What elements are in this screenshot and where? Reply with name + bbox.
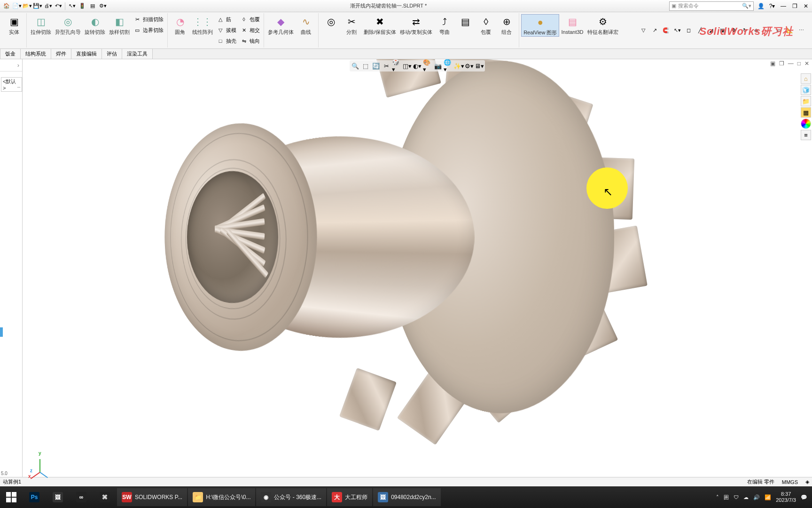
rebuild-icon[interactable]: 🚦 xyxy=(78,1,87,11)
rb-magnet-icon[interactable]: 🧲 xyxy=(661,25,671,36)
sec-tab-eval[interactable]: 评估 xyxy=(102,49,122,59)
ribbon-translate-macro[interactable]: ⚙特征名翻译宏 xyxy=(586,14,620,37)
vt-camera-icon[interactable]: 📷 xyxy=(433,61,443,71)
taskbar-app-1[interactable]: 🖼 xyxy=(47,488,69,506)
ribbon-linear-pattern[interactable]: ⋮⋮线性阵列 xyxy=(190,14,215,46)
doc-icon[interactable]: ▣ xyxy=(770,60,775,67)
ribbon-shell[interactable]: □抽壳 xyxy=(215,36,238,46)
sec-tab-sheetmetal[interactable]: 饭金 xyxy=(0,49,21,59)
new-icon[interactable]: 📄▾ xyxy=(12,1,22,11)
taskbar-app-6[interactable]: ◉公众号 - 360极速... xyxy=(256,488,326,506)
vt-prev-icon[interactable]: 🔄 xyxy=(371,61,381,71)
vt-scene-icon[interactable]: 🌐▾ xyxy=(444,61,453,71)
taskbar-app-5[interactable]: 📁H:\微信公众号\0... xyxy=(188,488,255,506)
options-icon[interactable]: ⚙▾ xyxy=(98,1,108,11)
ribbon-curves[interactable]: ∿曲线 xyxy=(296,14,316,36)
config-tag[interactable]: <默认> _ xyxy=(1,77,22,92)
rs-library-icon[interactable]: 📁 xyxy=(801,96,811,106)
undo-icon[interactable]: ↶▾ xyxy=(54,1,63,11)
ribbon-combine[interactable]: ⊕组合 xyxy=(496,14,517,36)
save-icon[interactable]: 💾▾ xyxy=(33,1,42,11)
status-motion[interactable]: 动算例1 xyxy=(3,478,21,485)
tray-notification-icon[interactable]: 💬 xyxy=(801,494,807,500)
rs-appearance-icon[interactable] xyxy=(801,119,811,129)
ribbon-hole-wizard[interactable]: ◎异型孔向导 xyxy=(53,14,83,36)
close-button[interactable]: ✕ xyxy=(802,2,810,10)
ribbon-split[interactable]: ✂分割 xyxy=(341,14,362,36)
ribbon-intersect[interactable]: ✕相交 xyxy=(238,25,262,35)
taskbar-app-2[interactable]: ∞ xyxy=(70,488,93,506)
taskbar-app-8[interactable]: 🖼094802dd2cy2n... xyxy=(373,488,440,506)
rb-filter-icon[interactable]: ▽ xyxy=(638,25,648,36)
orientation-triad[interactable]: y x z xyxy=(30,453,54,477)
rb-cursor-icon[interactable]: ↖▾ xyxy=(672,25,682,36)
ribbon-realview[interactable]: ●RealView 图形 xyxy=(521,14,559,37)
doc-close-button[interactable]: ✕ xyxy=(804,60,809,67)
rs-home-icon[interactable]: ⌂ xyxy=(801,73,811,84)
sec-tab-struct[interactable]: 结构系统 xyxy=(21,49,51,59)
search-icon[interactable]: 🔍▾ xyxy=(742,3,751,9)
taskbar-app-7[interactable]: 大大工程师 xyxy=(327,488,372,506)
ribbon-wrap[interactable]: ◊包覆 xyxy=(238,14,262,24)
ribbon-flex[interactable]: ⤴弯曲 xyxy=(434,14,455,36)
tray-defender-icon[interactable]: 🛡 xyxy=(734,494,739,500)
doc-minimize-button[interactable]: — xyxy=(788,60,794,67)
minimize-button[interactable]: — xyxy=(779,2,788,10)
ribbon-draft[interactable]: ▽拔模 xyxy=(215,25,238,35)
home-icon[interactable]: 🏠 xyxy=(2,1,11,11)
vt-render-icon[interactable]: ✨▾ xyxy=(454,61,463,71)
ribbon-fillet[interactable]: ◔圆角 xyxy=(170,14,190,46)
ribbon-sweep-cut[interactable]: ✂扫描切除 xyxy=(132,14,165,24)
ribbon-rib[interactable]: △筋 xyxy=(215,14,238,24)
rs-view-palette-icon[interactable]: ▦ xyxy=(801,107,811,118)
vt-section-icon[interactable]: ✂ xyxy=(382,61,391,71)
doc-restore-button[interactable]: ❐ xyxy=(779,60,784,67)
ribbon-mirror[interactable]: ⇋镜向 xyxy=(238,36,262,46)
rs-resources-icon[interactable]: 🧊 xyxy=(801,85,811,95)
taskbar-clock[interactable]: 8:37 2023/7/3 xyxy=(776,491,796,503)
taskbar-app-4[interactable]: SWSOLIDWORKS P... xyxy=(117,488,187,506)
ribbon-boundary-cut[interactable]: ▭边界切除 xyxy=(132,25,165,35)
taskbar-app-3[interactable]: ⌘ xyxy=(94,488,116,506)
search-input[interactable]: ▣ 搜索命令 🔍▾ xyxy=(669,1,754,11)
select-icon[interactable]: ↖▾ xyxy=(67,1,77,11)
sec-tab-render[interactable]: 渲染工具 xyxy=(122,49,153,59)
ribbon-delete-body[interactable]: ✖删除/保留实体 xyxy=(362,14,398,36)
vt-display-icon[interactable]: ◫▾ xyxy=(402,61,412,71)
tray-up-icon[interactable]: ˄ xyxy=(716,494,719,500)
doc-maximize-button[interactable]: □ xyxy=(797,60,801,67)
taskbar-app-0[interactable]: Ps xyxy=(23,488,46,506)
rs-properties-icon[interactable]: ≡ xyxy=(801,130,811,140)
rollback-bar[interactable] xyxy=(0,327,3,337)
vt-zoom-icon[interactable]: 🔍 xyxy=(351,61,360,71)
ribbon-g5-0[interactable]: ◎ xyxy=(320,14,341,36)
ribbon-instant3d[interactable]: ▤Instant3D xyxy=(559,14,585,37)
viewport[interactable]: ▣ ❐ — □ ✕ 🔍 ⬚ 🔄 ✂ 🎲▾ ◫▾ ◐▾ 🎨▾ 📷 🌐▾ ✨▾ ⚙▾… xyxy=(23,59,812,486)
vt-settings-icon[interactable]: ⚙▾ xyxy=(464,61,474,71)
rb-select-icon[interactable]: ↗ xyxy=(649,25,660,36)
ribbon-body[interactable]: ▣实体 xyxy=(4,14,24,36)
options-nav-icon[interactable]: ▤ xyxy=(88,1,97,11)
ribbon-loft-cut[interactable]: ◧放样切割 xyxy=(107,14,132,36)
user-icon[interactable]: 👤 xyxy=(757,2,765,10)
vt-monitor-icon[interactable]: 🖥▾ xyxy=(475,61,484,71)
status-units[interactable]: MMGS xyxy=(782,479,798,485)
help-icon[interactable]: ?▾ xyxy=(768,2,776,10)
print-icon[interactable]: 🖨▾ xyxy=(43,1,53,11)
open-icon[interactable]: 📂▾ xyxy=(23,1,32,11)
tray-net-icon[interactable]: 📶 xyxy=(765,494,771,500)
system-tray[interactable]: ˄ 囲 🛡 ☁ 🔊 📶 8:37 2023/7/3 💬 xyxy=(711,491,812,503)
ribbon-extrude-cut[interactable]: ◫拉伸切除 xyxy=(29,14,53,36)
ribbon-ref-geom[interactable]: ◆参考几何体 xyxy=(266,14,296,36)
vt-window-icon[interactable]: ⬚ xyxy=(361,61,370,71)
rb-more-icon[interactable]: ⋯ xyxy=(796,25,806,36)
tray-ime-icon[interactable]: 囲 xyxy=(724,494,729,501)
vt-hide-icon[interactable]: ◐▾ xyxy=(413,61,422,71)
sec-tab-direct[interactable]: 直接编辑 xyxy=(71,49,102,59)
vt-edit-appear-icon[interactable]: 🎨▾ xyxy=(423,61,432,71)
ribbon-g5-5[interactable]: ▤ xyxy=(455,14,476,36)
ribbon-move-body[interactable]: ⇄移动/复制实体 xyxy=(398,14,434,36)
tray-volume-icon[interactable]: 🔊 xyxy=(753,494,760,500)
rb-box-icon[interactable]: ◻ xyxy=(683,25,694,36)
left-panel-expand[interactable]: › xyxy=(0,59,22,71)
